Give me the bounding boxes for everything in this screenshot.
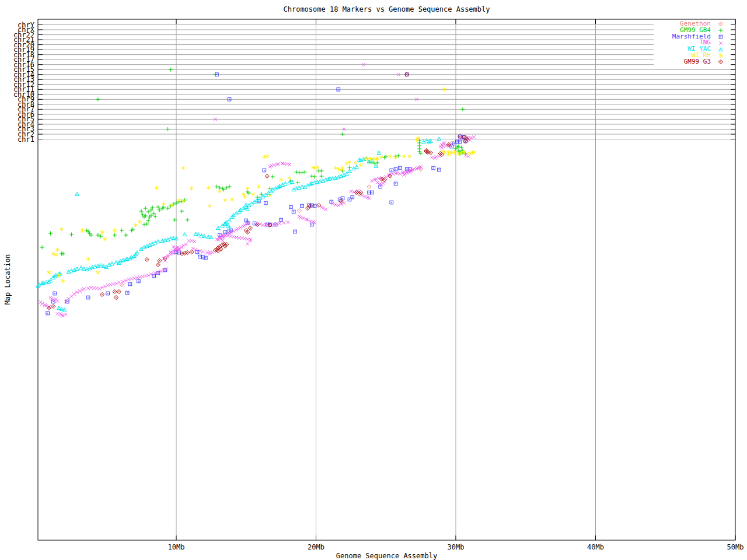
square-marker-icon — [711, 34, 731, 40]
axes-and-ticks — [38, 19, 735, 540]
chart-title: Chromosome 18 Markers vs Genome Sequence… — [38, 5, 735, 13]
triangle-marker-icon — [711, 47, 731, 52]
legend: Genethon GM99 GB4 Marshfield TNG WI YAC … — [654, 21, 731, 65]
diamond-marker-icon — [711, 59, 731, 65]
svg-text:50Mb: 50Mb — [727, 543, 744, 551]
grid-lines — [38, 19, 735, 540]
series-gm99-g3 — [47, 134, 469, 310]
asterisk-marker-icon — [711, 52, 731, 58]
scatter-plot-canvas: chrYchrXchr22chr21chr20chr19chr18chr17ch… — [0, 0, 747, 560]
svg-text:20Mb: 20Mb — [308, 543, 324, 551]
legend-item-gm99-g3: GM99 G3 — [654, 59, 731, 65]
svg-text:40Mb: 40Mb — [587, 543, 604, 551]
x-axis-label: Genome Sequence Assembly — [38, 552, 735, 560]
cross-marker-icon — [711, 40, 731, 46]
series-genethon — [120, 141, 453, 286]
y-axis-label: Map Location — [4, 244, 12, 314]
diamond-marker-icon — [711, 21, 731, 27]
svg-text:10Mb: 10Mb — [168, 543, 185, 551]
series-wi-yac — [36, 137, 441, 312]
data-points — [36, 63, 476, 317]
series-wi-rh — [47, 136, 476, 283]
svg-text:chr1: chr1 — [18, 135, 34, 144]
svg-text:30Mb: 30Mb — [448, 543, 465, 551]
plus-marker-icon — [711, 27, 731, 33]
chart-page: chrYchrXchr22chr21chr20chr19chr18chr17ch… — [0, 0, 747, 560]
legend-item-marshfield: Marshfield — [654, 34, 731, 40]
legend-label: GM99 G3 — [654, 59, 711, 65]
